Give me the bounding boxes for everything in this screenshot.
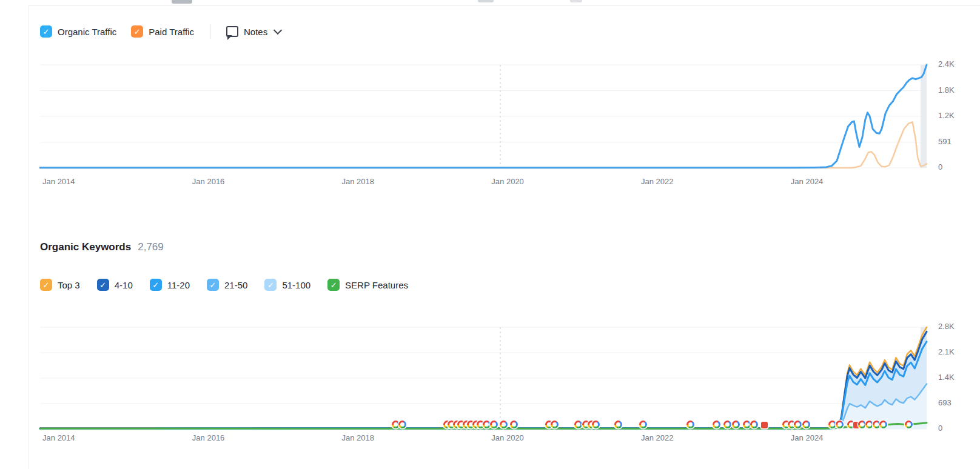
y-axis-label-1-8k: 1.8K [938,85,975,95]
checkbox-top-3[interactable]: ✓ [40,279,52,291]
y-axis-label-2-1k: 2.1K [938,347,975,356]
x-axis-label-jan-2016: Jan 2016 [181,433,236,442]
traffic-legend-row: ✓Organic Traffic✓Paid Traffic Notes [40,24,281,39]
legend-label: Organic Traffic [58,27,116,37]
chevron-down-icon [274,25,282,34]
keywords-count: 2,769 [138,241,164,253]
google-update-note-icon[interactable] [802,421,810,428]
x-axis-label-jan-2018: Jan 2018 [331,177,385,186]
legend-label: SERP Features [345,280,408,290]
legend-label: 11-20 [167,280,190,290]
checkbox-4-10[interactable]: ✓ [97,279,109,291]
panel-top-border [29,5,980,5]
checkbox-paid-traffic[interactable]: ✓ [131,25,143,38]
traffic-chart-canvas [40,65,927,168]
legend-item-organic-traffic[interactable]: ✓Organic Traffic [40,25,116,38]
legend-label: 51-100 [282,280,310,290]
keywords-legend-items: ✓Top 3✓4-10✓11-20✓21-50✓51-100✓SERP Feat… [40,279,408,291]
google-update-note-icon[interactable] [510,421,518,428]
x-axis-label-jan-2020: Jan 2020 [480,433,535,442]
clipped-header-artifact [478,0,494,2]
google-update-note-icon[interactable] [574,421,582,428]
y-axis-label-591: 591 [938,137,975,146]
google-update-note-icon[interactable] [483,421,491,428]
traffic-legend-items: ✓Organic Traffic✓Paid Traffic [40,25,194,38]
checkbox-11-20[interactable]: ✓ [150,279,162,291]
google-update-note-icon[interactable] [905,421,913,428]
google-update-note-icon[interactable] [639,421,647,428]
checkbox-21-50[interactable]: ✓ [207,279,219,291]
google-update-note-icon[interactable] [732,421,740,428]
analytics-panel: ✓Organic Traffic✓Paid Traffic Notes 2.4K… [0,0,980,469]
checkbox-serp-features[interactable]: ✓ [327,279,340,291]
legend-item-4-10[interactable]: ✓4-10 [97,279,133,291]
legend-item-11-20[interactable]: ✓11-20 [150,279,190,291]
keywords-legend-row: ✓Top 3✓4-10✓11-20✓21-50✓51-100✓SERP Feat… [40,279,408,291]
legend-item-top-3[interactable]: ✓Top 3 [40,279,80,291]
legend-label: 21-50 [224,280,247,290]
legend-label: 4-10 [115,280,133,290]
notes-speech-bubble-icon [226,26,238,37]
google-update-note-icon[interactable] [398,421,406,428]
legend-item-paid-traffic[interactable]: ✓Paid Traffic [131,25,194,38]
y-axis-label-2-8k: 2.8K [938,322,975,331]
x-axis-label-jan-2014: Jan 2014 [32,433,86,442]
x-axis-label-jan-2020: Jan 2020 [480,177,535,186]
legend-item-51-100[interactable]: ✓51-100 [264,279,310,291]
traffic-chart[interactable]: 2.4K1.8K1.2K5910Jan 2014Jan 2016Jan 2018… [40,65,927,168]
y-axis-label-0: 0 [938,424,975,433]
x-axis-label-jan-2018: Jan 2018 [331,433,385,442]
checkbox-51-100[interactable]: ✓ [264,279,277,291]
legend-label: Top 3 [58,280,80,290]
keywords-chart-canvas [40,327,927,429]
checkbox-organic-traffic[interactable]: ✓ [40,25,52,38]
google-update-note-icon[interactable] [686,421,694,428]
x-axis-label-jan-2016: Jan 2016 [181,177,236,186]
google-update-note-icon[interactable] [879,421,887,428]
y-axis-label-1-4k: 1.4K [938,373,975,382]
clipped-header-artifact [570,0,582,2]
keywords-title-row: Organic Keywords 2,769 [40,241,164,253]
google-update-note-icon[interactable] [865,421,873,428]
x-axis-label-jan-2022: Jan 2022 [630,433,685,442]
legend-item-serp-features[interactable]: ✓SERP Features [327,279,408,291]
y-axis-label-693: 693 [938,398,975,407]
google-update-note-icon[interactable] [713,421,720,428]
x-axis-label-jan-2024: Jan 2024 [780,433,834,442]
keywords-title: Organic Keywords [40,241,131,253]
legend-item-21-50[interactable]: ✓21-50 [207,279,247,291]
legend-divider [210,24,210,39]
panel-left-border [29,5,29,469]
notes-label: Notes [244,27,267,37]
y-axis-label-0: 0 [938,162,975,171]
y-axis-label-1-2k: 1.2K [938,111,975,120]
site-issue-note-icon[interactable] [761,422,768,428]
google-update-note-icon[interactable] [750,421,758,428]
y-axis-label-2-4k: 2.4K [938,59,975,68]
google-update-note-icon[interactable] [828,421,836,428]
clipped-header-artifact [172,0,192,4]
x-axis-label-jan-2024: Jan 2024 [780,177,834,186]
x-axis-label-jan-2022: Jan 2022 [630,177,685,186]
x-axis-label-jan-2014: Jan 2014 [32,177,86,186]
legend-label: Paid Traffic [149,27,194,37]
keywords-chart[interactable]: 2.8K2.1K1.4K6930Jan 2014Jan 2016Jan 2018… [40,327,927,429]
notes-button[interactable]: Notes [226,26,281,37]
